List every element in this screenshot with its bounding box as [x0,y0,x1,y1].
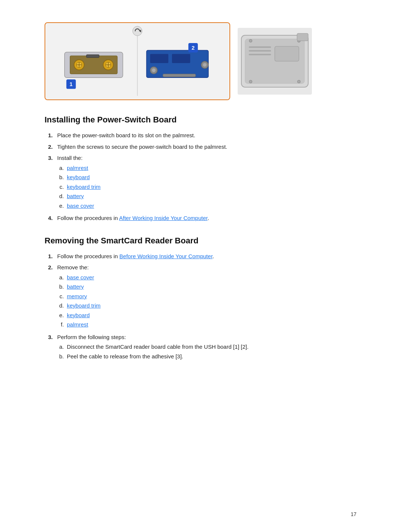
r-item-d-letter: d. [57,302,64,310]
step1-num: 1. [45,131,53,140]
svg-rect-22 [163,74,196,77]
section1-title: Installing the Power-Switch Board [45,115,356,125]
svg-rect-17 [172,54,190,63]
keyboard-trim-link-2[interactable]: keyboard trim [67,302,101,309]
item-a-link: palmrest [67,164,88,173]
step4-text-before: Follow the procedures in [57,215,119,221]
s2-step2-content: Remove the: a. base cover b. battery c. [57,263,356,330]
section1-step2: 2. Tighten the screws to secure the powe… [45,143,356,151]
remove-item-b: b. battery [57,283,356,291]
p-item-b-letter: b. [57,352,64,361]
s2-step3-num: 3. [45,333,53,362]
remove-item-a: a. base cover [57,273,356,282]
svg-point-35 [249,80,252,83]
diagram-section: 1 2 [45,22,356,100]
svg-text:1: 1 [69,81,72,87]
item-b-link: keyboard [67,173,90,182]
item-c-letter: c. [57,183,64,191]
palmrest-link[interactable]: palmrest [67,165,88,171]
perform-item-a: a. Disconnect the SmartCard reader board… [57,343,356,351]
perform-item-b: b. Peel the cable to release from the ad… [57,352,356,361]
install-item-b: b. keyboard [57,173,356,182]
palmrest-link-2[interactable]: palmrest [67,321,88,328]
svg-rect-16 [150,54,168,63]
svg-text:2: 2 [192,45,195,51]
remove-item-c: c. memory [57,292,356,301]
s2-step3-content: Perform the following steps: a. Disconne… [57,333,356,362]
step3-num: 3. [45,154,53,211]
section-removing: Removing the SmartCard Reader Board 1. F… [45,236,356,362]
item-e-letter: e. [57,202,64,210]
step3-content: Install the: a. palmrest b. keyboard c. [57,154,356,211]
s2-step1-content: Follow the procedures in Before Working … [57,252,356,261]
p-item-a-letter: a. [57,343,64,351]
r-item-a-letter: a. [57,273,64,282]
install-item-e: e. base cover [57,202,356,210]
base-cover-link-1[interactable]: base cover [67,203,94,209]
section2-step2: 2. Remove the: a. base cover b. battery [45,263,356,330]
p-item-a-text: Disconnect the SmartCard reader board ca… [67,343,248,351]
remove-items-list: a. base cover b. battery c. memory d. [57,273,356,329]
item-d-link: battery [67,192,84,201]
perform-items-list: a. Disconnect the SmartCard reader board… [57,343,356,361]
step2-num: 2. [45,143,53,151]
battery-link-1[interactable]: battery [67,193,84,199]
keyboard-link-1[interactable]: keyboard [67,174,90,180]
install-item-c: c. keyboard trim [57,183,356,191]
section1-step4: 4. Follow the procedures in After Workin… [45,214,356,223]
battery-link-2[interactable]: battery [67,283,84,290]
s2-step3-text: Perform the following steps: [57,334,126,340]
install-items-list: a. palmrest b. keyboard c. keyboard trim [57,164,356,210]
item-a-letter: a. [57,164,64,173]
svg-rect-31 [249,54,271,55]
item-c-link: keyboard trim [67,183,101,191]
r-item-e-letter: e. [57,311,64,320]
item-e-link: base cover [67,202,94,210]
remove-item-f: f. palmrest [57,321,356,329]
svg-rect-37 [297,33,308,41]
memory-link[interactable]: memory [67,293,87,299]
svg-point-19 [152,69,156,72]
svg-rect-12 [87,55,99,58]
svg-point-36 [297,80,300,83]
svg-rect-29 [249,46,271,48]
keyboard-trim-link-1[interactable]: keyboard trim [67,184,101,190]
step4-num: 4. [45,214,53,223]
svg-rect-32 [275,46,299,61]
step1-text: Place the power-switch board to its slot… [57,131,356,140]
section1-steps: 1. Place the power-switch board to its s… [45,131,356,223]
s2-step1-text: Follow the procedures in [57,253,120,259]
svg-point-21 [203,63,207,67]
item-b-letter: b. [57,173,64,182]
section2-steps: 1. Follow the procedures in Before Worki… [45,252,356,362]
section1-step1: 1. Place the power-switch board to its s… [45,131,356,140]
after-working-link[interactable]: After Working Inside Your Computer [119,215,208,221]
r-item-c-letter: c. [57,292,64,301]
svg-point-33 [249,39,252,42]
section2-step1: 1. Follow the procedures in Before Worki… [45,252,356,261]
install-item-d: d. battery [57,192,356,201]
section1-step3: 3. Install the: a. palmrest b. keyboard [45,154,356,211]
section2-step3: 3. Perform the following steps: a. Disco… [45,333,356,362]
s2-step2-num: 2. [45,263,53,330]
keyboard-link-2[interactable]: keyboard [67,312,90,318]
step2-text: Tighten the screws to secure the power-s… [57,143,356,151]
p-item-b-text: Peel the cable to release from the adhes… [67,352,183,361]
svg-rect-30 [249,50,271,52]
section-installing: Installing the Power-Switch Board 1. Pla… [45,115,356,223]
laptop-side-image [238,28,312,95]
diagram-box: 1 2 [45,22,230,100]
section2-title: Removing the SmartCard Reader Board [45,236,356,246]
item-d-letter: d. [57,192,64,201]
page-number: 17 [351,511,356,517]
before-working-link[interactable]: Before Working Inside Your Computer [120,253,213,259]
step4-content: Follow the procedures in After Working I… [57,214,356,223]
step3-text: Install the: [57,155,82,161]
s2-step2-text: Remove the: [57,264,89,270]
r-item-b-letter: b. [57,283,64,291]
remove-item-e: e. keyboard [57,311,356,320]
s2-step1-num: 1. [45,252,53,261]
base-cover-link-2[interactable]: base cover [67,274,94,280]
remove-item-d: d. keyboard trim [57,302,356,310]
r-item-f-letter: f. [57,321,64,329]
